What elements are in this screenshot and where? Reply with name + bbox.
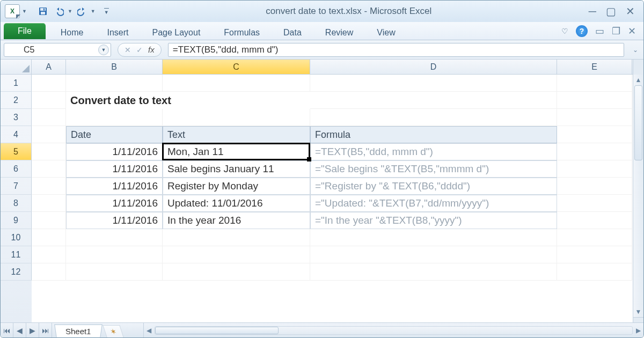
tab-file[interactable]: File bbox=[4, 23, 46, 39]
vertical-scrollbar[interactable]: ▲ ▼ bbox=[633, 75, 643, 322]
svg-rect-3 bbox=[43, 9, 45, 11]
row-headers: 1 2 3 4 5 6 7 8 9 10 11 12 bbox=[1, 75, 32, 322]
new-sheet-icon[interactable]: ✶ bbox=[103, 325, 123, 337]
svg-rect-1 bbox=[40, 8, 46, 11]
formula-bar[interactable]: =TEXT(B5,"ddd, mmm d") bbox=[168, 43, 624, 57]
undo-icon[interactable] bbox=[53, 5, 65, 18]
row-header-2[interactable]: 2 bbox=[1, 92, 32, 109]
row-header-10[interactable]: 10 bbox=[1, 229, 32, 246]
vscroll-track[interactable] bbox=[633, 85, 643, 306]
vscroll-thumb[interactable] bbox=[634, 85, 642, 160]
sheet-nav-prev-icon[interactable]: ◀ bbox=[13, 323, 26, 337]
quick-access-toolbar: X ▼ ▼ ▼ ▼ bbox=[5, 4, 109, 18]
save-icon[interactable] bbox=[36, 5, 49, 18]
cell-b5: 1/11/2016 bbox=[66, 143, 163, 160]
cell-b8: 1/11/2016 bbox=[66, 195, 163, 212]
formula-bar-value: =TEXT(B5,"ddd, mmm d") bbox=[173, 45, 279, 55]
cell-d8: ="Updated: "&TEXT(B7,"dd/mm/yyyy") bbox=[310, 195, 557, 212]
maximize-icon[interactable]: ▢ bbox=[606, 6, 616, 17]
table-header-formula: Formula bbox=[310, 126, 557, 143]
col-header-b[interactable]: B bbox=[66, 60, 163, 74]
undo-caret-icon[interactable]: ▼ bbox=[68, 9, 72, 14]
col-header-c[interactable]: C bbox=[163, 60, 310, 74]
row-header-8[interactable]: 8 bbox=[1, 195, 32, 212]
vscroll-split-box[interactable] bbox=[633, 317, 643, 322]
select-all-corner[interactable] bbox=[1, 60, 32, 74]
row-header-5[interactable]: 5 bbox=[1, 143, 32, 160]
cell-b6: 1/11/2016 bbox=[66, 160, 163, 178]
close-icon[interactable]: ✕ bbox=[626, 6, 635, 17]
name-box-dropdown-icon[interactable]: ▼ bbox=[98, 45, 109, 55]
tab-view[interactable]: View bbox=[365, 22, 407, 40]
tab-insert[interactable]: Insert bbox=[95, 22, 140, 40]
cells[interactable]: Convert date to text Date Text Formula bbox=[32, 75, 633, 322]
sheet-tab-bar: ⏮ ◀ ▶ ⏭ Sheet1 ✶ ◀ ▶ bbox=[1, 322, 643, 337]
app-name: Microsoft Excel bbox=[370, 6, 431, 16]
mdi-minimize-icon[interactable]: ▭ bbox=[595, 25, 604, 37]
cell-c7: Register by Monday bbox=[163, 178, 310, 195]
vscroll-up-icon[interactable]: ▲ bbox=[633, 75, 643, 85]
app-window: X ▼ ▼ ▼ ▼ convert date to text.xlsx - Mi… bbox=[0, 0, 644, 338]
mdi-close-icon[interactable]: ✕ bbox=[628, 25, 636, 37]
row-header-7[interactable]: 7 bbox=[1, 178, 32, 195]
tab-formulas[interactable]: Formulas bbox=[212, 22, 272, 40]
row-header-4[interactable]: 4 bbox=[1, 126, 32, 143]
fx-icon[interactable]: fx bbox=[148, 45, 155, 54]
qat-app-menu-caret[interactable]: ▼ bbox=[22, 9, 27, 14]
mdi-restore-icon[interactable]: ❐ bbox=[612, 25, 620, 37]
row-header-3[interactable]: 3 bbox=[1, 109, 32, 126]
name-box[interactable]: C5 ▼ bbox=[4, 43, 111, 57]
col-header-e[interactable]: E bbox=[557, 60, 632, 74]
tab-data[interactable]: Data bbox=[272, 22, 313, 40]
cell-d5: =TEXT(B5,"ddd, mmm d") bbox=[310, 143, 557, 160]
sheet-nav-buttons: ⏮ ◀ ▶ ⏭ bbox=[1, 323, 52, 337]
window-controls: ─ ▢ ✕ bbox=[589, 6, 635, 17]
title-bar: X ▼ ▼ ▼ ▼ convert date to text.xlsx - Mi… bbox=[1, 1, 643, 22]
ribbon-heart-icon[interactable]: ♡ bbox=[561, 27, 568, 35]
hscroll-right-icon[interactable]: ▶ bbox=[633, 327, 643, 334]
excel-logo[interactable]: X bbox=[5, 4, 20, 18]
sheet-title: Convert date to text bbox=[66, 92, 310, 109]
cell-d7: ="Register by "& TEXT(B6,"dddd") bbox=[310, 178, 557, 195]
cell-c9: In the year 2016 bbox=[163, 212, 310, 229]
minimize-icon[interactable]: ─ bbox=[589, 6, 596, 17]
name-box-value: C5 bbox=[24, 45, 34, 55]
customize-qat-icon[interactable]: ▼ bbox=[104, 8, 109, 15]
col-header-d[interactable]: D bbox=[310, 60, 557, 74]
formula-fx-group: ✕ ✓ fx bbox=[118, 43, 162, 57]
redo-caret-icon[interactable]: ▼ bbox=[91, 9, 96, 14]
sheet-nav-first-icon[interactable]: ⏮ bbox=[1, 323, 13, 337]
formula-bar-row: C5 ▼ ✕ ✓ fx =TEXT(B5,"ddd, mmm d") ⌄ bbox=[1, 40, 643, 60]
ribbon: File Home Insert Page Layout Formulas Da… bbox=[1, 22, 643, 40]
cell-d6: ="Sale begins "&TEXT(B5,"mmmm d") bbox=[310, 160, 557, 178]
cell-b7: 1/11/2016 bbox=[66, 178, 163, 195]
row-header-1[interactable]: 1 bbox=[1, 75, 32, 92]
vscroll-down-icon[interactable]: ▼ bbox=[633, 306, 643, 317]
sheet-tab-active[interactable]: Sheet1 bbox=[54, 325, 102, 337]
help-icon[interactable]: ? bbox=[576, 25, 588, 37]
svg-rect-2 bbox=[41, 12, 45, 14]
sheet-nav-last-icon[interactable]: ⏭ bbox=[39, 323, 52, 337]
tab-home[interactable]: Home bbox=[49, 22, 96, 40]
cell-c6: Sale begins January 11 bbox=[163, 160, 310, 178]
cell-c8: Updated: 11/01/2016 bbox=[163, 195, 310, 212]
hscroll-track[interactable] bbox=[155, 326, 633, 335]
window-title: convert date to text.xlsx - Microsoft Ex… bbox=[109, 6, 589, 17]
document-filename: convert date to text.xlsx bbox=[266, 6, 362, 16]
row-header-9[interactable]: 9 bbox=[1, 212, 32, 229]
formula-bar-expand-icon[interactable]: ⌄ bbox=[631, 46, 640, 54]
table-header-date: Date bbox=[66, 126, 163, 143]
hscroll-left-icon[interactable]: ◀ bbox=[144, 327, 155, 334]
sheet-nav-next-icon[interactable]: ▶ bbox=[26, 323, 39, 337]
tab-review[interactable]: Review bbox=[313, 22, 365, 40]
hscroll-thumb[interactable] bbox=[155, 327, 279, 334]
row-header-6[interactable]: 6 bbox=[1, 160, 32, 178]
vscroll-split-top[interactable] bbox=[633, 60, 643, 75]
row-header-11[interactable]: 11 bbox=[1, 246, 32, 263]
horizontal-scrollbar[interactable]: ◀ ▶ bbox=[143, 323, 643, 337]
tab-page-layout[interactable]: Page Layout bbox=[140, 22, 212, 40]
grid-area: A B C D E 1 2 3 4 5 6 7 8 9 10 11 bbox=[1, 60, 643, 322]
row-header-12[interactable]: 12 bbox=[1, 263, 32, 281]
col-header-a[interactable]: A bbox=[32, 60, 66, 74]
redo-icon[interactable] bbox=[76, 5, 89, 18]
